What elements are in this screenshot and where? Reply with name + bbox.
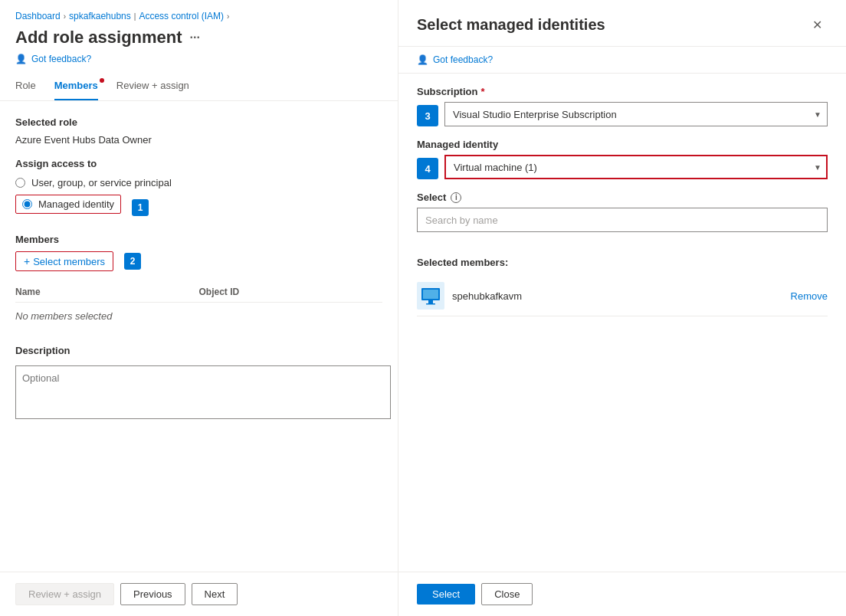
managed-identity-field-row: 4 Virtual machine (1) ▼ (417, 155, 828, 179)
selected-members-label: Selected members: (417, 257, 828, 268)
select-search-field: Select i (417, 192, 828, 232)
search-input[interactable] (417, 208, 828, 232)
svg-rect-3 (428, 300, 433, 303)
required-star: * (480, 86, 484, 97)
page-title: Add role assignment (15, 28, 182, 48)
subscription-dropdown[interactable]: Visual Studio Enterprise Subscription (444, 102, 828, 126)
left-panel: Dashboard › spkafkaehubns | Access contr… (0, 0, 398, 616)
breadcrumb: Dashboard › spkafkaehubns | Access contr… (0, 0, 398, 28)
tab-role[interactable]: Role (15, 74, 36, 100)
breadcrumb-dashboard[interactable]: Dashboard (15, 11, 61, 21)
right-panel-content: Subscription * 3 Visual Studio Enterpris… (398, 74, 846, 572)
step-badge-3: 3 (417, 105, 438, 126)
info-icon: i (451, 192, 461, 203)
right-feedback-link[interactable]: 👤 Got feedback? (398, 47, 846, 74)
page-title-row: Add role assignment ··· (0, 28, 398, 54)
breadcrumb-resource[interactable]: spkafkaehubns (69, 11, 131, 21)
plus-icon: + (24, 255, 30, 267)
members-dot (100, 78, 104, 83)
select-members-label: Select members (33, 256, 105, 267)
tab-members[interactable]: Members (54, 74, 98, 100)
review-assign-button: Review + assign (15, 583, 114, 605)
managed-identity-dropdown[interactable]: Virtual machine (1) (444, 155, 828, 179)
selected-member-row: spehubkafkavm Remove (417, 276, 828, 316)
subscription-field-row: 3 Visual Studio Enterprise Subscription … (417, 102, 828, 126)
remove-member-link[interactable]: Remove (791, 290, 828, 302)
select-button[interactable]: Select (417, 584, 475, 605)
right-feedback-label: Got feedback? (433, 54, 493, 65)
selected-members-section: Selected members: spehubkafkavm (417, 244, 828, 316)
ellipsis-menu[interactable]: ··· (190, 31, 200, 44)
breadcrumb-chevron-1: › (64, 12, 66, 21)
breadcrumb-chevron-3: › (227, 12, 229, 21)
managed-identity-dropdown-wrapper: Virtual machine (1) ▼ (444, 155, 828, 179)
selected-role-value: Azure Event Hubs Data Owner (15, 134, 382, 146)
radio-user-group: User, group, or service principal (15, 177, 382, 188)
members-section: Members + Select members 2 Name Object I… (15, 234, 382, 329)
step-badge-4: 4 (417, 158, 438, 179)
col-header-objectid: Object ID (199, 287, 383, 297)
members-table-body: No members selected (15, 303, 382, 329)
svg-rect-4 (426, 303, 435, 305)
description-textarea[interactable] (15, 365, 391, 419)
right-bottom-bar: Select Close (398, 572, 846, 616)
description-label: Description (15, 345, 382, 356)
select-label: Select i (417, 192, 828, 203)
subscription-dropdown-wrapper: Visual Studio Enterprise Subscription ▼ (444, 102, 828, 126)
breadcrumb-iam[interactable]: Access control (IAM) (139, 11, 224, 21)
radio-managed-identity-input[interactable] (22, 199, 32, 209)
tab-review-assign[interactable]: Review + assign (116, 74, 189, 100)
tabs: Role Members Review + assign (0, 74, 398, 101)
members-table: Name Object ID No members selected (15, 282, 382, 329)
feedback-label: Got feedback? (31, 54, 91, 64)
right-feedback-icon: 👤 (417, 54, 428, 65)
right-panel-title: Select managed identities (417, 16, 605, 34)
previous-button[interactable]: Previous (120, 583, 185, 605)
right-panel-header: Select managed identities ✕ (398, 0, 846, 47)
close-button[interactable]: ✕ (806, 14, 828, 35)
radio-user-group-input[interactable] (15, 178, 25, 188)
breadcrumb-chevron-2: | (134, 12, 136, 21)
member-name: spehubkafkavm (452, 290, 783, 302)
subscription-label: Subscription * (417, 86, 828, 97)
assign-access-label: Assign access to (15, 158, 382, 169)
members-label: Members (15, 234, 382, 245)
feedback-link[interactable]: 👤 Got feedback? (0, 54, 398, 74)
vm-icon (417, 282, 444, 310)
members-table-header: Name Object ID (15, 282, 382, 303)
next-button[interactable]: Next (192, 583, 238, 605)
description-section: Description (15, 345, 382, 421)
radio-user-group-label: User, group, or service principal (31, 177, 172, 188)
select-members-button[interactable]: + Select members (15, 251, 113, 271)
col-header-name: Name (15, 287, 199, 297)
managed-identity-label: Managed identity (417, 139, 828, 150)
radio-managed-identity-row: Managed identity (15, 195, 121, 214)
left-panel-content: Selected role Azure Event Hubs Data Owne… (0, 101, 398, 572)
right-panel: Select managed identities ✕ 👤 Got feedba… (398, 0, 846, 616)
svg-rect-2 (423, 290, 438, 299)
selected-role-label: Selected role (15, 116, 382, 128)
close-panel-button[interactable]: Close (481, 583, 533, 605)
left-bottom-bar: Review + assign Previous Next (0, 572, 398, 616)
step-badge-1: 1 (132, 199, 149, 216)
feedback-icon: 👤 (15, 54, 27, 64)
radio-managed-identity-label: Managed identity (38, 198, 114, 210)
step-badge-2: 2 (124, 253, 141, 270)
